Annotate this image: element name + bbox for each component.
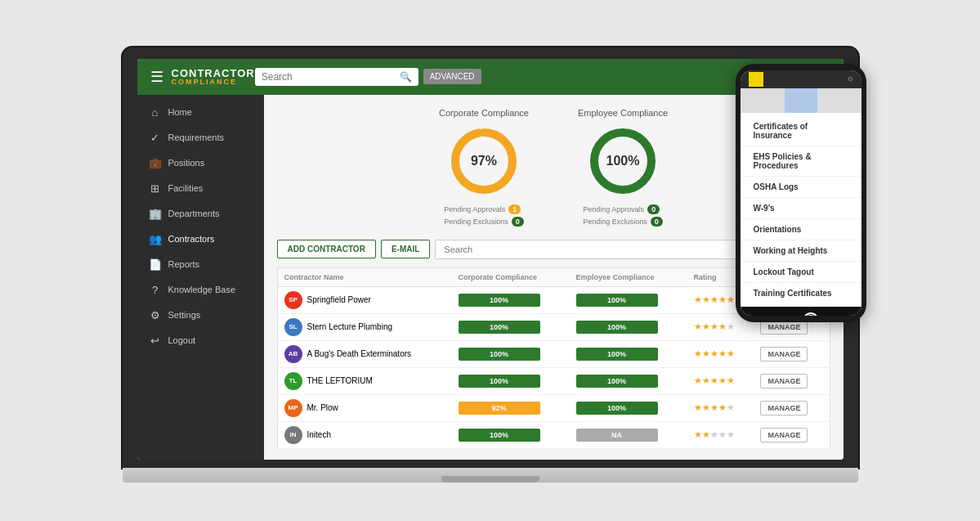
sidebar-label-facilities: Facilities — [168, 183, 204, 193]
search-bar[interactable]: 🔍 — [255, 68, 418, 86]
contractor-name-3: THE LEFTORIUM — [307, 376, 373, 385]
employee-bar-3: 100% — [576, 375, 658, 388]
advanced-button[interactable]: ADVANCED — [423, 69, 481, 84]
phone-bezel: ⊙ Certificates of InsuranceEHS Policies … — [736, 64, 866, 322]
phone-status-icon — [749, 72, 763, 87]
corporate-stats: Pending Approvals 1 Pending Exclusions 0 — [444, 204, 524, 227]
star-1: ★ — [702, 429, 710, 439]
star-1: ★ — [702, 375, 710, 385]
corporate-percent: 97% — [471, 154, 497, 168]
phone-menu-item-0[interactable]: Certificates of Insurance — [741, 116, 861, 146]
corp-approvals-row: Pending Approvals 1 — [444, 204, 524, 214]
star-2: ★ — [710, 348, 718, 358]
contractor-search-input[interactable] — [435, 240, 772, 259]
star-4: ★ — [727, 321, 735, 331]
contractor-avatar-2: AB — [284, 345, 302, 363]
contractor-avatar-3: TL — [284, 372, 302, 390]
logo-bottom: COMPLIANCE — [172, 79, 255, 86]
contractor-name-4: Mr. Plow — [307, 403, 338, 412]
star-3: ★ — [718, 294, 727, 304]
contractor-name-cell-2: AB A Bug's Death Exterminators — [284, 345, 445, 363]
sidebar-item-departments[interactable]: 🏢 Departments — [137, 201, 264, 227]
corporate-bar-5: 100% — [459, 429, 540, 442]
positions-icon: 💼 — [149, 157, 162, 169]
star-3: ★ — [718, 348, 727, 358]
sidebar-item-positions[interactable]: 💼 Positions — [137, 150, 264, 176]
reports-icon: 📄 — [149, 258, 162, 271]
contractor-name-0: Springfield Power — [307, 295, 371, 304]
employee-bar-5: NA — [576, 429, 658, 442]
star-2: ★ — [710, 375, 718, 385]
sidebar-item-logout[interactable]: ↩ Logout — [137, 328, 264, 353]
phone-menu-item-6[interactable]: Lockout Tagout — [741, 262, 861, 283]
sidebar-item-reports[interactable]: 📄 Reports — [137, 252, 264, 277]
star-1: ★ — [702, 294, 710, 304]
emp-approvals-label: Pending Approvals — [583, 205, 644, 213]
search-input[interactable] — [262, 71, 400, 83]
sidebar-item-knowledge[interactable]: ? Knowledge Base — [137, 277, 264, 303]
phone-menu-item-4[interactable]: Orientations — [741, 219, 861, 240]
cell-name-2: AB A Bug's Death Exterminators — [277, 340, 452, 367]
contractor-name-cell-4: MP Mr. Plow — [284, 399, 445, 417]
star-0: ★ — [694, 429, 702, 439]
sidebar-item-settings[interactable]: ⚙ Settings — [137, 303, 264, 328]
phone-menu-item-2[interactable]: OSHA Logs — [741, 177, 861, 198]
sidebar-item-home[interactable]: ⌂ Home — [137, 100, 264, 125]
corporate-donut: 97% — [447, 124, 521, 198]
contractor-name-1: Stern Lecture Plumbing — [307, 322, 393, 331]
star-3: ★ — [718, 321, 727, 331]
sidebar-item-contractors[interactable]: 👥 Contractors — [137, 227, 264, 252]
phone-device: ⊙ Certificates of InsuranceEHS Policies … — [736, 64, 866, 466]
cell-corporate-3: 100% — [452, 367, 570, 394]
cell-name-4: MP Mr. Plow — [277, 394, 452, 421]
contractors-icon: 👥 — [149, 233, 162, 245]
phone-image-area — [741, 88, 861, 113]
contractor-avatar-0: SP — [284, 291, 302, 309]
employee-stats: Pending Approvals 0 Pending Exclusions 0 — [583, 204, 663, 227]
corporate-bar-2: 100% — [459, 348, 540, 361]
sidebar-item-facilities[interactable]: ⊞ Facilities — [137, 176, 264, 201]
contractor-avatar-1: SL — [284, 318, 302, 336]
add-contractor-button[interactable]: ADD CONTRACTOR — [277, 240, 376, 258]
camera-shutter[interactable] — [803, 312, 819, 316]
corporate-bar-0: 100% — [459, 294, 540, 307]
employee-donut: 100% — [586, 124, 660, 198]
menu-icon[interactable]: ☰ — [150, 68, 163, 86]
star-4: ★ — [727, 402, 735, 412]
corp-approvals-badge: 1 — [508, 204, 521, 214]
phone-menu-item-7[interactable]: Training Certificates — [741, 283, 861, 303]
star-3: ★ — [718, 429, 727, 439]
col-corporate: Corporate Compliance — [452, 267, 570, 286]
cell-employee-4: 100% — [570, 394, 687, 421]
corp-exclusions-label: Pending Exclusions — [444, 218, 508, 226]
sidebar-label-requirements: Requirements — [168, 132, 224, 142]
employee-title: Employee Compliance — [578, 108, 668, 118]
star-1: ★ — [702, 348, 710, 358]
emp-exclusions-label: Pending Exclusions — [583, 218, 647, 226]
sidebar-label-positions: Positions — [168, 158, 205, 168]
cell-employee-3: 100% — [570, 367, 687, 394]
cell-employee-5: NA — [570, 421, 687, 448]
logo: CONTRACTOR COMPLIANCE — [172, 68, 255, 86]
corporate-bar-4: 92% — [459, 402, 540, 415]
cell-name-3: TL THE LEFTORIUM — [277, 367, 452, 394]
cell-employee-1: 100% — [570, 313, 687, 340]
contractor-name-2: A Bug's Death Exterminators — [307, 349, 412, 358]
phone-top-bar: ⊙ — [741, 70, 861, 88]
phone-menu-item-5[interactable]: Working at Heights — [741, 240, 861, 262]
sidebar: ⌂ Home ✓ Requirements 💼 Positions ⊞ — [137, 95, 264, 460]
contractor-name-5: Initech — [307, 430, 331, 439]
star-0: ★ — [694, 321, 702, 331]
cell-corporate-4: 92% — [452, 394, 570, 421]
email-button[interactable]: E-MAIL — [381, 240, 430, 258]
emp-approvals-row: Pending Approvals 0 — [583, 204, 663, 214]
corporate-bar-1: 100% — [459, 321, 540, 334]
phone-menu-item-1[interactable]: EHS Policies & Procedures — [741, 146, 861, 177]
phone-menu-item-3[interactable]: W-9's — [741, 198, 861, 219]
sidebar-item-requirements[interactable]: ✓ Requirements — [137, 125, 264, 150]
contractor-name-cell-5: IN Initech — [284, 426, 445, 444]
star-0: ★ — [694, 348, 702, 358]
star-1: ★ — [702, 321, 710, 331]
sidebar-label-departments: Departments — [168, 209, 220, 218]
corporate-title: Corporate Compliance — [439, 108, 529, 118]
